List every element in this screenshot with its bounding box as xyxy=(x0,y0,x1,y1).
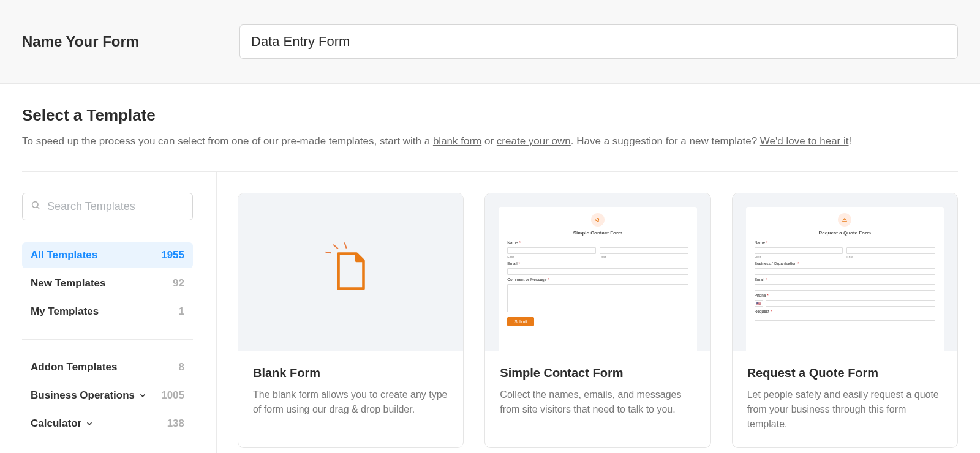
mini-heading: Request a Quote Form xyxy=(755,230,935,236)
mini-label-email: Email * xyxy=(755,277,935,282)
content-area: All Templates 1955 New Templates 92 My T… xyxy=(0,172,980,454)
bell-icon xyxy=(838,213,851,226)
category-count: 1005 xyxy=(161,389,184,402)
create-own-link[interactable]: create your own xyxy=(497,135,571,147)
template-card-quote[interactable]: Request a Quote Form Name * First Last B… xyxy=(732,193,958,448)
megaphone-icon xyxy=(591,213,605,226)
category-label: Business Operations xyxy=(31,389,147,402)
mini-label-email: Email * xyxy=(507,261,688,266)
blank-form-link[interactable]: blank form xyxy=(433,135,481,147)
select-template-heading: Select a Template xyxy=(22,106,958,125)
template-card-blank[interactable]: Blank Form The blank form allows you to … xyxy=(238,193,464,448)
category-label: My Templates xyxy=(31,305,99,318)
category-label: All Templates xyxy=(31,249,97,261)
category-my-templates[interactable]: My Templates 1 xyxy=(22,299,193,324)
mini-label-message: Comment or Message * xyxy=(507,277,688,282)
category-calculator[interactable]: Calculator 138 xyxy=(22,411,193,436)
template-title: Simple Contact Form xyxy=(500,366,695,380)
template-card-body: Request a Quote Form Let people safely a… xyxy=(733,351,957,447)
category-count: 92 xyxy=(173,277,184,290)
mini-label-request: Request * xyxy=(755,309,935,313)
mini-label-phone: Phone * xyxy=(755,293,935,298)
category-addon-templates[interactable]: Addon Templates 8 xyxy=(22,354,193,380)
blank-form-icon xyxy=(334,251,368,307)
svg-point-3 xyxy=(845,218,845,219)
mini-form-preview: Request a Quote Form Name * First Last B… xyxy=(746,207,944,351)
mini-label-name: Name * xyxy=(755,241,935,245)
mini-heading: Simple Contact Form xyxy=(507,230,688,236)
category-list-primary: All Templates 1955 New Templates 92 My T… xyxy=(22,242,216,324)
suggestion-link[interactable]: We'd love to hear it xyxy=(760,135,849,147)
select-template-section: Select a Template To speed up the proces… xyxy=(0,84,980,171)
search-wrap xyxy=(22,193,216,220)
chevron-down-icon xyxy=(138,391,147,400)
template-preview: Request a Quote Form Name * First Last B… xyxy=(733,193,957,351)
category-label: New Templates xyxy=(31,277,106,290)
flag-icon: 🇺🇸 xyxy=(755,300,763,307)
sidebar: All Templates 1955 New Templates 92 My T… xyxy=(22,172,217,454)
name-form-section: Name Your Form xyxy=(0,0,980,84)
category-label: Calculator xyxy=(31,417,94,430)
category-new-templates[interactable]: New Templates 92 xyxy=(22,271,193,296)
search-templates-input[interactable] xyxy=(22,193,193,220)
category-count: 1955 xyxy=(161,249,184,261)
template-title: Blank Form xyxy=(253,366,448,380)
template-title: Request a Quote Form xyxy=(747,366,943,380)
templates-grid: Blank Form The blank form allows you to … xyxy=(217,172,958,454)
category-all-templates[interactable]: All Templates 1955 xyxy=(22,242,193,268)
template-card-contact[interactable]: Simple Contact Form Name * First Last Em… xyxy=(484,193,710,448)
category-divider xyxy=(22,339,193,340)
category-count: 1 xyxy=(179,305,184,318)
template-description: Let people safely and easily request a q… xyxy=(747,387,943,432)
mini-label-name: Name * xyxy=(507,241,688,245)
category-business-operations[interactable]: Business Operations 1005 xyxy=(22,383,193,408)
mini-label-business: Business / Organization * xyxy=(755,261,935,266)
mini-form-preview: Simple Contact Form Name * First Last Em… xyxy=(499,207,696,351)
template-card-body: Blank Form The blank form allows you to … xyxy=(238,351,463,433)
category-list-secondary: Addon Templates 8 Business Operations 10… xyxy=(22,354,216,436)
form-name-input[interactable] xyxy=(239,24,958,59)
template-description: The blank form allows you to create any … xyxy=(253,387,448,417)
chevron-down-icon xyxy=(85,419,94,428)
mini-submit: Submit xyxy=(507,317,534,326)
category-label: Addon Templates xyxy=(31,361,117,373)
template-preview xyxy=(238,193,463,351)
category-count: 8 xyxy=(179,361,184,373)
category-count: 138 xyxy=(167,417,184,430)
name-form-label: Name Your Form xyxy=(22,33,239,50)
select-template-description: To speed up the process you can select f… xyxy=(22,133,958,149)
template-preview: Simple Contact Form Name * First Last Em… xyxy=(485,193,710,351)
template-description: Collect the names, emails, and messages … xyxy=(500,387,695,417)
template-card-body: Simple Contact Form Collect the names, e… xyxy=(485,351,710,433)
